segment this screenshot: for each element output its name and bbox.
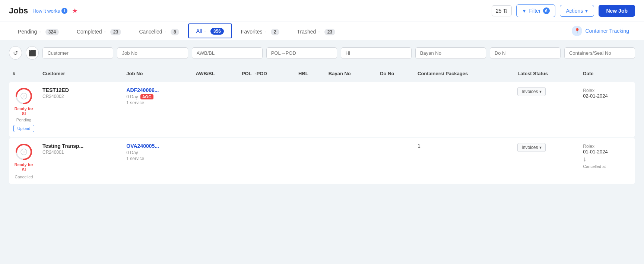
filter-icon: ▼ xyxy=(522,8,527,14)
status-sub: Pending xyxy=(16,118,31,122)
col-job-no: Job No xyxy=(123,66,192,82)
refresh-icon: ↺ xyxy=(13,50,18,57)
customer-cell: TEST12ED CR240002 xyxy=(39,82,123,137)
actions-button[interactable]: Actions ▾ xyxy=(560,5,594,17)
location-icon: 📍 xyxy=(572,26,582,36)
job-days: 0 Day xyxy=(126,150,188,155)
table-row: ♡ Ready for SI Cancelled Testing Transp.… xyxy=(9,137,635,184)
customer-id: CR240001 xyxy=(42,150,119,155)
table-header-row: # Customer Job No AWB/BL POL→POD HBL Bay… xyxy=(9,66,635,82)
tab-completed[interactable]: Completed - 23 xyxy=(68,22,130,40)
col-awb-bl: AWB/BL xyxy=(192,66,238,82)
awb-bl-cell xyxy=(192,137,238,184)
jobs-table: # Customer Job No AWB/BL POL→POD HBL Bay… xyxy=(9,66,635,184)
filter-count-badge: 6 xyxy=(543,7,550,14)
hl-filter-input[interactable] xyxy=(341,47,412,59)
info-icon: i xyxy=(61,8,67,14)
status-circle-wrap: ♡ Ready for SI Pending Upload xyxy=(13,87,35,132)
container-tracking-button[interactable]: 📍 Container Tracking xyxy=(566,22,635,40)
chevron-down-icon: ▾ xyxy=(539,89,542,94)
table-row: ♡ Ready for SI Pending Upload TEST12ED C… xyxy=(9,82,635,137)
col-bayan-no: Bayan No xyxy=(325,66,376,82)
col-latest-status: Latest Status xyxy=(514,66,579,82)
customer-filter-input[interactable] xyxy=(42,47,113,59)
customer-cell: Testing Transp... CR240001 xyxy=(39,137,123,184)
job-no-cell: OVA240005... 0 Day 1 service xyxy=(123,137,192,184)
hbl-cell xyxy=(295,137,325,184)
invoices-button[interactable]: Invoices ▾ xyxy=(517,143,546,152)
refresh-button[interactable]: ↺ xyxy=(9,46,22,60)
job-number[interactable]: OVA240005... xyxy=(126,143,188,149)
customer-id: CR240002 xyxy=(42,94,119,99)
chevron-up-down-icon: ⇅ xyxy=(503,8,508,14)
new-job-button[interactable]: New Job xyxy=(599,5,635,17)
date-label: Rolex xyxy=(583,144,594,149)
invoices-label: Invoices xyxy=(521,89,538,94)
export-button[interactable]: ⬛ xyxy=(26,46,39,60)
bayan-no-filter-input[interactable] xyxy=(415,47,486,59)
date-label: Rolex xyxy=(583,88,594,93)
col-pol-pod: POL→POD xyxy=(238,66,295,82)
latest-status-cell: Invoices ▾ xyxy=(514,137,579,184)
awb-bl-filter-input[interactable] xyxy=(192,47,263,59)
tab-trashed[interactable]: Trashed - 23 xyxy=(288,22,345,40)
page-title: Jobs xyxy=(9,6,28,16)
do-no-cell xyxy=(376,137,414,184)
status-circle-wrap: ♡ Ready for SI Cancelled xyxy=(13,143,35,179)
filter-button[interactable]: ▼ Filter 6 xyxy=(516,4,555,17)
status-label: Ready for SI xyxy=(13,162,35,172)
favorite-star-icon[interactable]: ★ xyxy=(72,7,78,15)
date-cell: Rolex 01-01-2024 ↓ Cancelled at xyxy=(579,137,635,184)
per-page-select[interactable]: 25 ⇅ xyxy=(492,5,512,16)
how-it-works-link[interactable]: How it works i xyxy=(32,8,67,14)
pol-pod-filter-input[interactable] xyxy=(266,47,337,59)
tabs-list: Pending - 324 Completed - 23 Cancelled -… xyxy=(9,22,566,40)
status-ring: ♡ xyxy=(15,87,33,105)
status-label: Ready for SI xyxy=(13,106,35,116)
export-icon: ⬛ xyxy=(29,50,36,57)
hbl-cell xyxy=(295,82,325,137)
job-no-cell: ADF240006... 0 Day AOG 1 service xyxy=(123,82,192,137)
pol-pod-cell xyxy=(238,82,295,137)
status-cell: ♡ Ready for SI Pending Upload xyxy=(9,82,39,137)
days-label: 0 Day xyxy=(126,150,138,155)
tab-all[interactable]: All - 356 xyxy=(188,23,232,38)
job-services: 1 service xyxy=(126,156,188,161)
containers-cell: 1 xyxy=(414,137,514,184)
containers-count: 1 xyxy=(418,143,421,149)
cancelled-label: Cancelled xyxy=(15,175,33,179)
days-label: 0 Day xyxy=(126,94,138,99)
how-it-works-text: How it works xyxy=(32,8,60,14)
upload-button[interactable]: Upload xyxy=(13,125,35,132)
invoices-button[interactable]: Invoices ▾ xyxy=(517,87,546,96)
job-number[interactable]: ADF240006... xyxy=(126,87,188,93)
status-ring: ♡ xyxy=(15,143,33,161)
top-bar: Jobs How it works i ★ 25 ⇅ ▼ Filter 6 Ac… xyxy=(0,0,644,22)
tab-cancelled[interactable]: Cancelled - 8 xyxy=(130,22,188,40)
aog-badge: AOG xyxy=(140,94,153,99)
date-value: 02-01-2024 xyxy=(583,93,631,99)
tab-pending[interactable]: Pending - 324 xyxy=(9,22,68,40)
svg-text:♡: ♡ xyxy=(23,151,26,153)
cancelled-at-label: Cancelled at xyxy=(583,164,606,169)
col-date: Date xyxy=(579,66,635,82)
do-n-filter-input[interactable] xyxy=(490,47,561,59)
col-containers: Containers/ Packages xyxy=(414,66,514,82)
pol-pod-cell xyxy=(238,137,295,184)
containers-filter-input[interactable] xyxy=(564,47,635,59)
jobs-table-wrapper: # Customer Job No AWB/BL POL→POD HBL Bay… xyxy=(0,66,644,193)
do-no-cell xyxy=(376,82,414,137)
date-cell: Rolex 02-01-2024 xyxy=(579,82,635,137)
job-no-filter-input[interactable] xyxy=(117,47,188,59)
chevron-down-icon: ▾ xyxy=(585,8,588,14)
customer-name: Testing Transp... xyxy=(42,143,119,149)
down-arrow-icon: ↓ xyxy=(583,155,631,163)
bayan-no-cell xyxy=(325,82,376,137)
tab-favorites[interactable]: Favorites - 2 xyxy=(232,22,288,40)
awb-bl-cell xyxy=(192,82,238,137)
chevron-down-icon: ▾ xyxy=(539,145,542,150)
job-days: 0 Day AOG xyxy=(126,94,188,99)
col-num: # xyxy=(9,66,39,82)
svg-text:♡: ♡ xyxy=(23,95,26,98)
customer-name: TEST12ED xyxy=(42,87,119,93)
